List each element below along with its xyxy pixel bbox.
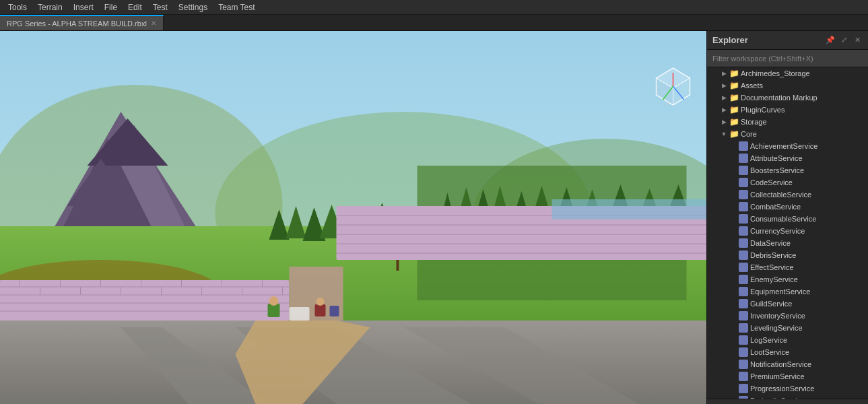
tree-label-notification_service: NotificationService bbox=[750, 360, 811, 368]
tree-item-consumable_service[interactable]: ▶ConsumableService bbox=[707, 213, 868, 225]
tree-item-currency_service[interactable]: ▶CurrencyService bbox=[707, 225, 868, 237]
tree-label-documentation_markup: Documentation Markup bbox=[741, 94, 817, 102]
tree-icon-storage: 📁 bbox=[729, 116, 739, 127]
tree-icon-leveling_service bbox=[738, 323, 749, 333]
tree-icon-code_service bbox=[738, 177, 749, 188]
tree-item-data_service[interactable]: ▶DataService bbox=[707, 237, 868, 249]
tree-icon-attribute_service bbox=[738, 153, 749, 164]
explorer-header: Explorer 📌 ⤢ ✕ bbox=[707, 31, 868, 50]
tree-icon-documentation_markup: 📁 bbox=[729, 92, 739, 103]
tree-item-debris_service[interactable]: ▶DebrisService bbox=[707, 249, 868, 261]
menu-edit[interactable]: Edit bbox=[123, 1, 147, 13]
tree-item-inventory_service[interactable]: ▶InventoryService bbox=[707, 310, 868, 322]
tree-label-storage: Storage bbox=[741, 118, 767, 126]
tree-icon-equipment_service bbox=[738, 286, 749, 297]
tree-label-guild_service: GuildService bbox=[750, 300, 792, 308]
menu-insert[interactable]: Insert bbox=[68, 1, 99, 13]
tree-item-leveling_service[interactable]: ▶LevelingService bbox=[707, 322, 868, 334]
tree-arrow-core[interactable]: ▼ bbox=[719, 129, 729, 139]
tree-item-log_service[interactable]: ▶LogService bbox=[707, 334, 868, 346]
tree-arrow-documentation_markup[interactable]: ▶ bbox=[719, 93, 729, 102]
svg-rect-72 bbox=[330, 306, 339, 316]
tree-arrow-storage[interactable]: ▶ bbox=[719, 117, 729, 127]
tree-arrow-plugin_curves[interactable]: ▶ bbox=[719, 105, 729, 114]
tree-item-premium_service[interactable]: ▶PremiumService bbox=[707, 370, 868, 382]
tree-label-data_service: DataService bbox=[750, 239, 791, 247]
tree-item-attribute_service[interactable]: ▶AttributeService bbox=[707, 152, 868, 164]
explorer-panel: Explorer 📌 ⤢ ✕ ▶📁Archimedes_Storage▶📁Ass… bbox=[706, 31, 868, 404]
tree-item-combat_service[interactable]: ▶CombatService bbox=[707, 201, 868, 213]
tree-icon-currency_service bbox=[738, 226, 749, 236]
tree-item-loot_service[interactable]: ▶LootService bbox=[707, 346, 868, 358]
tree-icon-loot_service bbox=[738, 347, 749, 358]
tree-label-consumable_service: ConsumableService bbox=[750, 215, 816, 223]
tree-icon-boosters_service bbox=[738, 165, 749, 176]
tree-item-archimedes_storage[interactable]: ▶📁Archimedes_Storage bbox=[707, 67, 868, 79]
tree-icon-achievement_service bbox=[738, 141, 749, 152]
tab-main[interactable]: RPG Series - ALPHA STREAM BUILD.rbxl ✕ bbox=[0, 15, 164, 30]
tree-item-achievement_service[interactable]: ▶AchievementService bbox=[707, 140, 868, 152]
tree-label-boosters_service: BoostersService bbox=[750, 166, 804, 174]
menu-settings[interactable]: Settings bbox=[173, 1, 213, 13]
tree-label-attribute_service: AttributeService bbox=[750, 154, 803, 162]
svg-rect-36 bbox=[0, 280, 290, 321]
tree-label-leveling_service: LevelingService bbox=[750, 324, 803, 332]
tree-item-effect_service[interactable]: ▶EffectService bbox=[707, 261, 868, 273]
tree-item-plugin_curves[interactable]: ▶📁PluginCurves bbox=[707, 104, 868, 116]
tree-icon-premium_service bbox=[738, 371, 749, 382]
menu-test[interactable]: Test bbox=[147, 1, 173, 13]
tab-close-button[interactable]: ✕ bbox=[151, 20, 156, 27]
tree-label-currency_service: CurrencyService bbox=[750, 227, 805, 235]
tree-icon-archimedes_storage: 📁 bbox=[729, 68, 739, 79]
explorer-expand-icon[interactable]: ⤢ bbox=[838, 35, 849, 46]
tree-item-assets[interactable]: ▶📁Assets bbox=[707, 79, 868, 92]
svg-point-68 bbox=[269, 296, 279, 306]
tree-label-code_service: CodeService bbox=[750, 178, 793, 187]
tree-item-boosters_service[interactable]: ▶BoostersService bbox=[707, 164, 868, 176]
explorer-pin-icon[interactable]: 📌 bbox=[825, 35, 836, 46]
tree-label-equipment_service: EquipmentService bbox=[750, 288, 810, 296]
tree-icon-plugin_curves: 📁 bbox=[729, 104, 739, 115]
tree-item-notification_service[interactable]: ▶NotificationService bbox=[707, 358, 868, 370]
tree-icon-consumable_service bbox=[738, 213, 749, 224]
tree-arrow-assets[interactable]: ▶ bbox=[719, 81, 729, 90]
menu-terrain[interactable]: Terrain bbox=[32, 1, 68, 13]
tree-item-collectable_service[interactable]: ▶CollectableService bbox=[707, 189, 868, 201]
viewport[interactable]: z bbox=[0, 31, 706, 404]
tree-item-code_service[interactable]: ▶CodeService bbox=[707, 176, 868, 189]
menu-tools[interactable]: Tools bbox=[3, 1, 32, 13]
svg-rect-69 bbox=[290, 307, 310, 321]
tree-icon-log_service bbox=[738, 335, 749, 345]
tree-arrow-archimedes_storage[interactable]: ▶ bbox=[719, 69, 729, 78]
tree-label-assets: Assets bbox=[741, 81, 763, 90]
tree-label-log_service: LogService bbox=[750, 336, 787, 344]
svg-rect-33 bbox=[397, 259, 399, 271]
menu-file[interactable]: File bbox=[99, 1, 123, 13]
tree-item-storage[interactable]: ▶📁Storage bbox=[707, 116, 868, 128]
tree-item-documentation_markup[interactable]: ▶📁Documentation Markup bbox=[707, 92, 868, 104]
tab-bar: RPG Series - ALPHA STREAM BUILD.rbxl ✕ bbox=[0, 15, 868, 31]
tree-icon-guild_service bbox=[738, 298, 749, 309]
explorer-close-icon[interactable]: ✕ bbox=[852, 35, 863, 46]
tree-item-guild_service[interactable]: ▶GuildService bbox=[707, 298, 868, 310]
tree-icon-notification_service bbox=[738, 359, 749, 370]
explorer-search-input[interactable] bbox=[707, 50, 868, 67]
tree-label-collectable_service: CollectableService bbox=[750, 191, 811, 199]
tree-icon-core: 📁 bbox=[729, 129, 739, 139]
tree-icon-collectable_service bbox=[738, 189, 749, 200]
explorer-tree: ▶📁Archimedes_Storage▶📁Assets▶📁Documentat… bbox=[707, 67, 868, 399]
tree-icon-effect_service bbox=[738, 262, 749, 273]
tree-icon-enemy_service bbox=[738, 274, 749, 285]
tree-label-combat_service: CombatService bbox=[750, 203, 801, 211]
tree-label-core: Core bbox=[741, 130, 757, 138]
svg-rect-73 bbox=[552, 199, 707, 220]
tree-icon-debris_service bbox=[738, 250, 749, 261]
tree-icon-data_service bbox=[738, 238, 749, 248]
tree-item-equipment_service[interactable]: ▶EquipmentService bbox=[707, 285, 868, 298]
tree-item-enemy_service[interactable]: ▶EnemyService bbox=[707, 273, 868, 285]
explorer-scrollbar[interactable] bbox=[707, 399, 868, 404]
menu-team-test[interactable]: Team Test bbox=[213, 1, 260, 13]
tree-item-core[interactable]: ▼📁Core bbox=[707, 128, 868, 140]
tree-label-archimedes_storage: Archimedes_Storage bbox=[741, 69, 810, 77]
tree-item-progression_service[interactable]: ▶ProgressionService bbox=[707, 382, 868, 395]
